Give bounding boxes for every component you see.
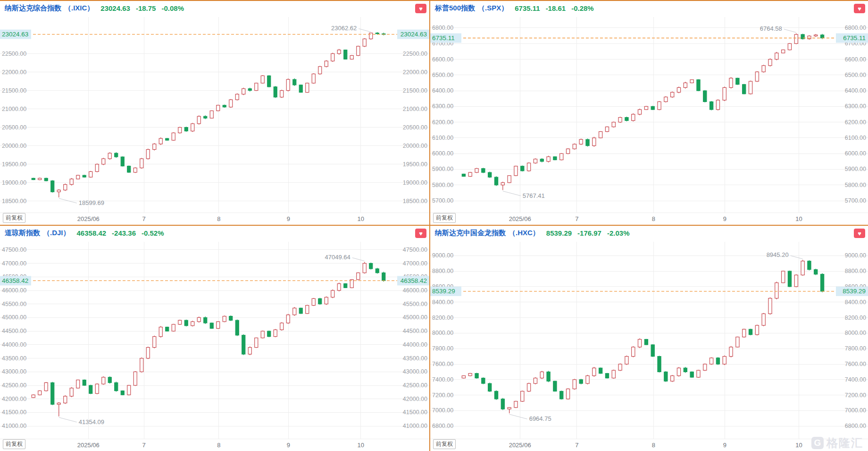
svg-text:42500.00: 42500.00 xyxy=(403,382,427,389)
svg-text:6000.00: 6000.00 xyxy=(432,150,453,157)
svg-text:7600.00: 7600.00 xyxy=(845,361,866,367)
quad-index-dashboard: 纳斯达克综合指数 （.IXIC） 23024.63 -18.75 -0.08% … xyxy=(0,0,868,451)
svg-text:45500.00: 45500.00 xyxy=(2,301,26,307)
svg-text:7600.00: 7600.00 xyxy=(432,361,453,367)
adjust-mode-button[interactable]: 前复权 xyxy=(3,439,25,449)
svg-text:6400.00: 6400.00 xyxy=(432,87,453,94)
svg-text:41500.00: 41500.00 xyxy=(2,409,26,416)
svg-text:9: 9 xyxy=(723,442,726,449)
svg-text:44500.00: 44500.00 xyxy=(403,328,427,334)
adjust-mode-button[interactable]: 前复权 xyxy=(433,439,456,449)
svg-text:6964.75: 6964.75 xyxy=(529,415,551,422)
svg-text:7: 7 xyxy=(142,442,146,449)
svg-text:6400.00: 6400.00 xyxy=(845,87,866,94)
svg-text:7000.00: 7000.00 xyxy=(845,407,866,414)
svg-text:6800.00: 6800.00 xyxy=(432,25,453,31)
svg-text:6500.00: 6500.00 xyxy=(845,72,866,78)
svg-text:10: 10 xyxy=(358,215,364,222)
heart-icon: ♥ xyxy=(858,230,861,237)
candlestick-chart-dji[interactable]: 41000.0041000.0041500.0041500.0042000.00… xyxy=(0,226,429,451)
heart-icon: ♥ xyxy=(858,6,861,12)
svg-text:44500.00: 44500.00 xyxy=(2,328,26,334)
svg-text:22500.00: 22500.00 xyxy=(2,51,26,57)
svg-text:47000.00: 47000.00 xyxy=(2,260,26,267)
svg-text:7200.00: 7200.00 xyxy=(432,392,453,399)
svg-text:43000.00: 43000.00 xyxy=(2,368,26,375)
svg-text:2025/06: 2025/06 xyxy=(77,442,100,449)
svg-text:20000.00: 20000.00 xyxy=(2,143,26,149)
svg-text:22500.00: 22500.00 xyxy=(403,51,427,57)
favorite-button[interactable]: ♥ xyxy=(854,229,865,238)
svg-text:44000.00: 44000.00 xyxy=(2,341,26,348)
svg-text:5900.00: 5900.00 xyxy=(432,166,453,172)
svg-text:9: 9 xyxy=(287,442,290,449)
svg-text:8945.20: 8945.20 xyxy=(767,251,789,258)
svg-text:8: 8 xyxy=(652,442,655,449)
svg-text:20500.00: 20500.00 xyxy=(2,124,26,131)
svg-text:6500.00: 6500.00 xyxy=(432,72,453,78)
heart-icon: ♥ xyxy=(419,6,423,12)
svg-text:8539.29: 8539.29 xyxy=(432,288,455,295)
favorite-button[interactable]: ♥ xyxy=(415,229,426,238)
svg-text:7: 7 xyxy=(575,442,578,449)
svg-text:22000.00: 22000.00 xyxy=(2,69,26,76)
svg-text:6300.00: 6300.00 xyxy=(845,103,866,110)
candlestick-chart-hxc[interactable]: 6800.006800.007000.007000.007200.007200.… xyxy=(430,226,868,451)
svg-text:8800.00: 8800.00 xyxy=(845,268,866,274)
svg-text:8: 8 xyxy=(217,442,220,449)
svg-text:23024.63: 23024.63 xyxy=(401,31,427,38)
svg-text:23062.62: 23062.62 xyxy=(331,25,357,32)
svg-text:2025/06: 2025/06 xyxy=(509,215,531,222)
svg-text:20000.00: 20000.00 xyxy=(403,143,427,149)
candlestick-chart-ixic[interactable]: 18500.0018500.0019000.0019000.0019500.00… xyxy=(0,1,429,225)
svg-text:5900.00: 5900.00 xyxy=(845,166,866,172)
svg-text:47500.00: 47500.00 xyxy=(403,247,427,253)
svg-text:8: 8 xyxy=(652,215,655,222)
svg-text:46000.00: 46000.00 xyxy=(403,287,427,294)
svg-text:19000.00: 19000.00 xyxy=(2,179,26,186)
svg-text:19500.00: 19500.00 xyxy=(2,161,26,168)
svg-text:47049.64: 47049.64 xyxy=(325,254,351,261)
svg-text:21000.00: 21000.00 xyxy=(403,106,427,112)
svg-text:7: 7 xyxy=(142,215,146,222)
svg-text:46358.42: 46358.42 xyxy=(2,277,28,284)
svg-text:42000.00: 42000.00 xyxy=(403,396,427,402)
svg-text:42500.00: 42500.00 xyxy=(2,382,26,389)
svg-text:21500.00: 21500.00 xyxy=(403,87,427,94)
svg-text:6800.00: 6800.00 xyxy=(845,25,866,31)
svg-text:6000.00: 6000.00 xyxy=(845,150,866,157)
svg-text:6600.00: 6600.00 xyxy=(845,56,866,63)
chart-panel-hxc: 纳斯达克中国金龙指数 （.HXC） 8539.29 -176.97 -2.03%… xyxy=(430,226,868,451)
svg-text:23024.63: 23024.63 xyxy=(2,31,28,38)
svg-text:45000.00: 45000.00 xyxy=(403,314,427,321)
favorite-button[interactable]: ♥ xyxy=(854,4,865,13)
svg-text:6100.00: 6100.00 xyxy=(845,135,866,141)
svg-text:22000.00: 22000.00 xyxy=(403,69,427,76)
svg-text:6200.00: 6200.00 xyxy=(432,119,453,126)
svg-text:45000.00: 45000.00 xyxy=(2,314,26,321)
adjust-mode-button[interactable]: 前复权 xyxy=(433,213,456,223)
svg-text:6200.00: 6200.00 xyxy=(845,119,866,126)
svg-text:9: 9 xyxy=(723,215,726,222)
svg-text:5800.00: 5800.00 xyxy=(845,182,866,188)
svg-text:7200.00: 7200.00 xyxy=(845,392,866,399)
svg-text:46000.00: 46000.00 xyxy=(2,287,26,294)
svg-text:2025/06: 2025/06 xyxy=(77,215,100,222)
svg-text:8800.00: 8800.00 xyxy=(432,268,453,274)
svg-text:8: 8 xyxy=(217,215,220,222)
svg-text:43000.00: 43000.00 xyxy=(403,368,427,375)
svg-text:6600.00: 6600.00 xyxy=(432,56,453,63)
svg-text:19500.00: 19500.00 xyxy=(403,161,427,168)
svg-text:5700.00: 5700.00 xyxy=(432,197,453,204)
favorite-button[interactable]: ♥ xyxy=(415,4,426,13)
svg-text:6300.00: 6300.00 xyxy=(432,103,453,110)
svg-text:20500.00: 20500.00 xyxy=(403,124,427,131)
svg-text:45500.00: 45500.00 xyxy=(403,301,427,307)
svg-text:6764.58: 6764.58 xyxy=(760,25,782,32)
candlestick-chart-spx[interactable]: 5700.005700.005800.005800.005900.005900.… xyxy=(430,1,868,225)
svg-text:46358.42: 46358.42 xyxy=(401,277,427,284)
svg-text:8000.00: 8000.00 xyxy=(845,330,866,336)
svg-text:7: 7 xyxy=(575,215,578,222)
svg-text:8200.00: 8200.00 xyxy=(432,315,453,321)
adjust-mode-button[interactable]: 前复权 xyxy=(3,213,25,223)
